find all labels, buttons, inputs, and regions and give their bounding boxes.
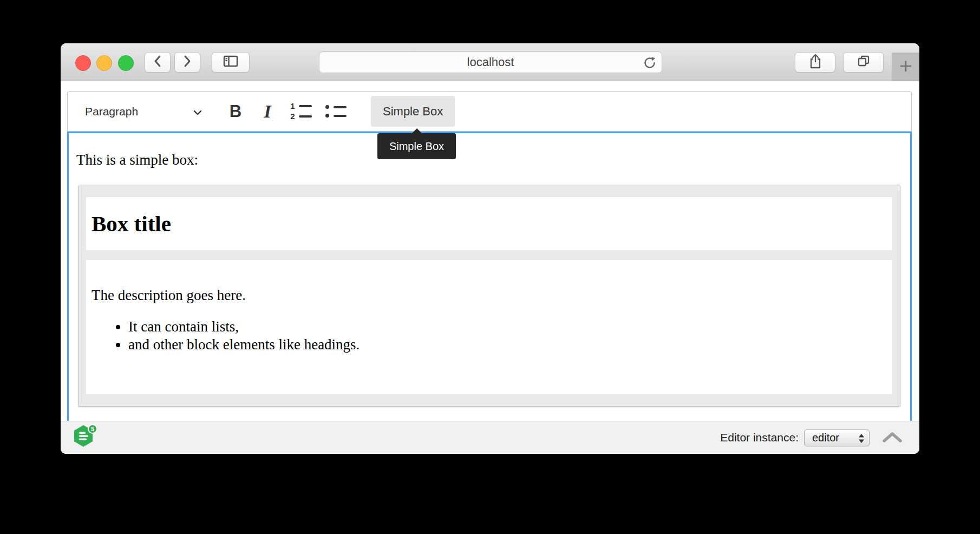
chevron-down-icon [193,105,202,118]
address-bar-url: localhost [467,55,514,69]
status-bar: 5 Editor instance: editor [61,421,919,454]
simple-box-button-label: Simple Box [383,105,443,119]
ckeditor-logo-icon: 5 [73,424,104,451]
editor-editable-area[interactable]: This is a simple box: Box title The desc… [67,132,912,421]
tab-overview-button[interactable] [843,52,884,73]
bold-button[interactable]: B [220,96,251,127]
italic-icon: I [264,101,271,122]
editor-toolbar: Paragraph B I 1 2 [67,91,912,132]
tabs-icon [857,54,871,70]
simple-box-button[interactable]: Simple Box [371,96,455,127]
back-button[interactable] [145,52,171,73]
page-viewport: Paragraph B I 1 2 [61,81,919,454]
selected-instance-value: editor [812,432,839,444]
sidebar-icon [223,55,239,70]
heading-dropdown-label: Paragraph [85,105,138,118]
bold-icon: B [230,102,241,121]
simple-box-title[interactable]: Box title [86,197,892,250]
browser-window: localhost [61,43,919,454]
numbered-list-icon: 1 2 [290,103,312,119]
tooltip-text: Simple Box [389,140,444,153]
collapse-console-button[interactable] [881,431,903,445]
address-bar[interactable]: localhost [319,51,662,73]
browser-titlebar: localhost [61,43,919,82]
italic-button[interactable]: I [254,96,281,127]
plus-icon [899,59,913,75]
simple-box-description[interactable]: The description goes here. It can contai… [86,260,892,394]
editor-instance-select[interactable]: editor [804,429,870,446]
intro-paragraph[interactable]: This is a simple box: [76,152,910,168]
heading-dropdown[interactable]: Paragraph [73,96,210,127]
new-tab-button[interactable] [892,53,919,81]
reload-icon [643,56,657,70]
sidebar-toggle-button[interactable] [212,52,250,73]
bulleted-list-button[interactable] [320,96,351,127]
description-list: It can contain lists, and other block el… [92,318,887,354]
chevron-right-icon [183,55,192,70]
editor-instance-label: Editor instance: [720,431,799,444]
close-window-button[interactable] [75,55,91,71]
forward-button[interactable] [174,52,200,73]
select-spinner-icon [858,433,865,444]
reload-button[interactable] [642,55,657,70]
chevron-left-icon [153,55,162,70]
bulleted-list-icon [325,105,347,118]
list-item[interactable]: It can contain lists, [128,318,887,336]
zoom-window-button[interactable] [118,55,134,71]
list-item[interactable]: and other block elements like headings. [128,336,887,354]
simple-box-tooltip: Simple Box [377,133,456,159]
share-icon [809,53,822,71]
numbered-list-button[interactable]: 1 2 [285,96,317,127]
share-button[interactable] [795,52,835,73]
logo-badge-count: 5 [91,426,94,432]
chevron-up-icon [881,431,903,444]
minimize-window-button[interactable] [96,55,112,71]
simple-box-widget[interactable]: Box title The description goes here. It … [78,185,900,407]
description-paragraph[interactable]: The description goes here. [92,287,887,304]
